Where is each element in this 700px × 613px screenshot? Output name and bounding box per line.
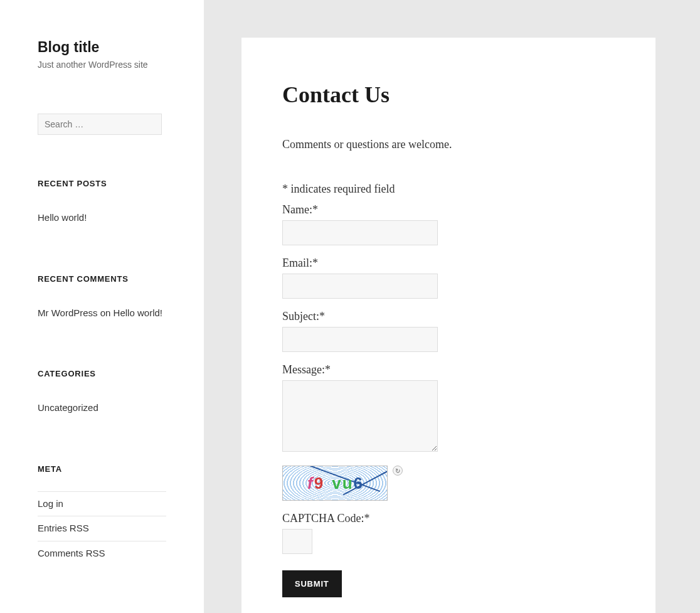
subject-field-group: Subject:* bbox=[282, 310, 615, 352]
meta-entries-rss-link[interactable]: Entries RSS bbox=[38, 516, 166, 541]
message-label: Message:* bbox=[282, 363, 615, 376]
recent-comment-item: Mr WordPress on Hello world! bbox=[38, 301, 166, 326]
name-field-group: Name:* bbox=[282, 203, 615, 245]
subject-input[interactable] bbox=[282, 327, 438, 352]
meta-login-link[interactable]: Log in bbox=[38, 491, 166, 517]
site-tagline: Just another WordPress site bbox=[38, 60, 166, 70]
meta-title: META bbox=[38, 464, 166, 474]
captcha-char: u bbox=[342, 474, 353, 493]
captcha-input[interactable] bbox=[282, 529, 312, 554]
captcha-refresh-icon[interactable]: ↻ bbox=[393, 466, 403, 476]
captcha-char: 6 bbox=[354, 474, 363, 493]
recent-posts-title: RECENT POSTS bbox=[38, 179, 166, 188]
email-label: Email:* bbox=[282, 257, 615, 270]
name-label: Name:* bbox=[282, 203, 615, 216]
captcha-char: f bbox=[307, 474, 313, 493]
submit-button[interactable]: SUBMIT bbox=[282, 570, 342, 597]
main-content-area: Contact Us Comments or questions are wel… bbox=[204, 0, 700, 613]
page-title: Contact Us bbox=[282, 82, 615, 108]
message-input[interactable] bbox=[282, 380, 438, 452]
recent-post-item[interactable]: Hello world! bbox=[38, 206, 166, 230]
search-form bbox=[38, 114, 166, 135]
categories-title: CATEGORIES bbox=[38, 369, 166, 378]
categories-widget: CATEGORIES Uncategorized bbox=[38, 369, 166, 420]
recent-posts-widget: RECENT POSTS Hello world! bbox=[38, 179, 166, 230]
captcha-label: CAPTCHA Code:* bbox=[282, 512, 615, 525]
captcha-row: f 9 v u 6 ↻ bbox=[282, 466, 615, 501]
message-field-group: Message:* bbox=[282, 363, 615, 454]
category-item[interactable]: Uncategorized bbox=[38, 396, 166, 420]
captcha-image: f 9 v u 6 bbox=[282, 466, 388, 501]
email-field-group: Email:* bbox=[282, 257, 615, 299]
name-input[interactable] bbox=[282, 220, 438, 245]
captcha-char: 9 bbox=[314, 474, 323, 493]
comment-post-link[interactable]: Hello world! bbox=[114, 307, 162, 318]
comment-author-link[interactable]: Mr WordPress bbox=[38, 307, 98, 318]
site-title[interactable]: Blog title bbox=[38, 39, 166, 56]
intro-text: Comments or questions are welcome. bbox=[282, 138, 615, 151]
sidebar: Blog title Just another WordPress site R… bbox=[0, 0, 204, 613]
comment-connector: on bbox=[98, 307, 114, 318]
meta-widget: META Log in Entries RSS Comments RSS bbox=[38, 464, 166, 566]
meta-comments-rss-link[interactable]: Comments RSS bbox=[38, 541, 166, 566]
email-input[interactable] bbox=[282, 274, 438, 299]
required-note: * indicates required field bbox=[282, 183, 615, 196]
content-box: Contact Us Comments or questions are wel… bbox=[241, 38, 655, 613]
subject-label: Subject:* bbox=[282, 310, 615, 323]
recent-comments-widget: RECENT COMMENTS Mr WordPress on Hello wo… bbox=[38, 274, 166, 326]
captcha-field-group: CAPTCHA Code:* bbox=[282, 512, 615, 554]
captcha-char: v bbox=[332, 474, 341, 493]
recent-comments-title: RECENT COMMENTS bbox=[38, 274, 166, 284]
search-input[interactable] bbox=[38, 114, 162, 135]
